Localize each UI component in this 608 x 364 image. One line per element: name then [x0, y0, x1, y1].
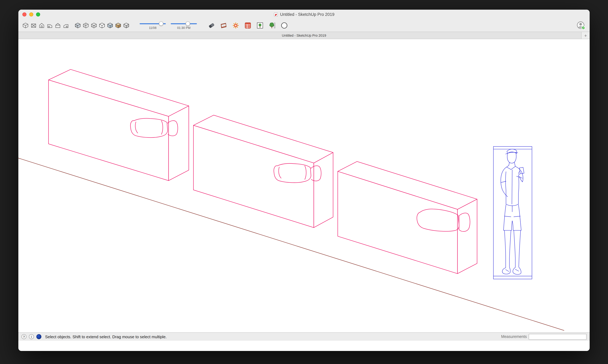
person-figure[interactable] — [501, 149, 524, 274]
sketchup-doc-icon — [274, 12, 278, 17]
sketchup-window: Untitled - SketchUp Pro 2019 — [18, 10, 590, 351]
date-slider-thumb[interactable] — [159, 21, 163, 26]
style-xray-icon[interactable] — [74, 21, 81, 29]
shadow-date-slider[interactable]: 11/08 — [139, 20, 166, 31]
style-wireframe-icon[interactable] — [91, 21, 97, 29]
view-front-icon[interactable] — [38, 21, 45, 29]
time-slider-track[interactable] — [171, 23, 197, 24]
help-icon[interactable]: ? — [21, 334, 27, 339]
toolbar: 11/08 01:30 PM — [18, 19, 590, 32]
measurements-input[interactable] — [529, 334, 587, 340]
style-hidden-line-icon[interactable] — [98, 21, 105, 29]
view-right-icon[interactable] — [46, 21, 53, 29]
add-tab-button[interactable]: + — [581, 32, 590, 39]
statusbar: ? i Select objects. Shift to extend sele… — [18, 332, 590, 341]
close-button[interactable] — [22, 13, 27, 16]
window-title: Untitled - SketchUp Pro 2019 — [280, 12, 334, 17]
account-area — [576, 21, 586, 29]
shadows-icon[interactable] — [231, 21, 240, 29]
view-iso-icon[interactable] — [22, 21, 29, 29]
style-monochrome-icon[interactable] — [123, 21, 130, 29]
zoom-button[interactable] — [36, 13, 40, 16]
circle-tool-icon[interactable] — [280, 21, 289, 29]
wireframe-box-3[interactable] — [338, 161, 477, 274]
measurements-area: Measurements — [501, 334, 587, 340]
modeling-area — [18, 39, 590, 332]
wireframe-box-2[interactable] — [193, 115, 333, 228]
window-footer — [18, 341, 590, 351]
titlebar[interactable]: Untitled - SketchUp Pro 2019 — [18, 10, 590, 19]
select-tool-status-icon — [36, 334, 41, 339]
shadow-time-slider[interactable]: 01:30 PM — [170, 20, 197, 31]
view-top-icon[interactable] — [30, 21, 37, 29]
minimize-button[interactable] — [29, 13, 33, 16]
wireframe-box-1[interactable] — [49, 69, 189, 181]
tab-untitled[interactable]: Untitled - SketchUp Pro 2019 — [282, 34, 326, 37]
scene-tabbar: Untitled - SketchUp Pro 2019 + — [18, 32, 590, 39]
face-styles-group — [74, 21, 130, 29]
traffic-lights — [22, 10, 40, 19]
desktop: Untitled - SketchUp Pro 2019 — [0, 0, 608, 364]
view-back-icon[interactable] — [55, 21, 61, 29]
user-account-icon[interactable] — [576, 21, 586, 29]
standard-views-group — [22, 21, 69, 29]
selection-bounding-box — [493, 146, 532, 279]
tools-group — [207, 21, 289, 29]
eraser-icon[interactable] — [207, 21, 216, 29]
measurements-label: Measurements — [501, 335, 527, 339]
time-slider-thumb[interactable] — [186, 21, 190, 26]
materials-icon[interactable] — [219, 21, 228, 29]
date-slider-label: 11/08 — [139, 26, 166, 29]
time-slider-label: 01:30 PM — [170, 26, 197, 29]
style-shaded-icon[interactable] — [107, 21, 113, 29]
style-back-edges-icon[interactable] — [83, 21, 89, 29]
component-options-icon[interactable] — [243, 21, 252, 29]
status-hint: Select objects. Shift to extend select. … — [45, 334, 167, 339]
window-title-wrap: Untitled - SketchUp Pro 2019 — [274, 12, 334, 17]
scale-figure-component[interactable] — [493, 146, 532, 279]
drawing-canvas[interactable] — [18, 39, 590, 332]
view-left-icon[interactable] — [63, 21, 69, 29]
tree-icon[interactable] — [267, 21, 277, 29]
info-icon[interactable]: i — [29, 334, 34, 339]
components-browser-icon[interactable] — [255, 21, 265, 29]
style-shaded-textures-icon[interactable] — [115, 21, 122, 29]
